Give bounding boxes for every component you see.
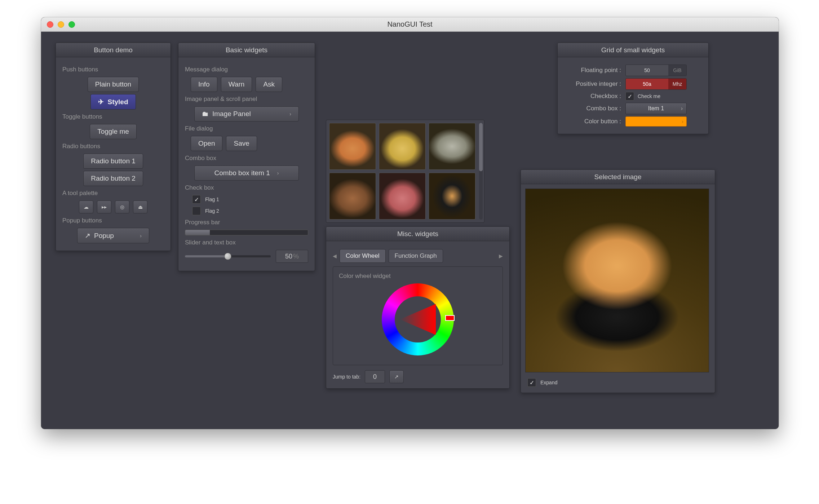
float-label: Floating point :: [564, 67, 625, 74]
combo-label: Combo box :: [564, 105, 625, 112]
cloud-icon[interactable]: ☁: [79, 200, 93, 213]
jump-tab-input[interactable]: 0: [365, 370, 385, 383]
ask-button[interactable]: Ask: [256, 77, 282, 92]
warn-button[interactable]: Warn: [221, 77, 252, 92]
flag1-label: Flag 1: [205, 196, 219, 202]
check-box-label: Check box: [185, 184, 308, 191]
progress-fill: [185, 230, 210, 235]
radio-button-1[interactable]: Radio button 1: [83, 154, 143, 169]
panel-button-demo: Button demo Push buttons Plain button ✈S…: [56, 43, 171, 251]
float-value: 50: [626, 65, 668, 76]
save-button[interactable]: Save: [226, 136, 257, 151]
slider-textbox[interactable]: 50%: [276, 250, 308, 263]
open-button[interactable]: Open: [191, 136, 222, 151]
scrollbar[interactable]: [479, 123, 483, 220]
radio-buttons-label: Radio buttons: [62, 143, 164, 150]
panel-grid-widgets: Grid of small widgets Floating point : 5…: [557, 43, 709, 134]
titlebar[interactable]: NanoGUI Test: [41, 17, 779, 32]
radio-button-2[interactable]: Radio button 2: [83, 171, 143, 186]
message-dialog-label: Message dialog: [185, 66, 308, 73]
jump-to-tab-label: Jump to tab:: [333, 374, 360, 380]
expand-label: Expand: [540, 380, 557, 385]
image-thumbnail[interactable]: [429, 123, 475, 170]
panel-selected-image: Selected image ✓ Expand: [521, 169, 715, 393]
image-thumbnail[interactable]: [329, 173, 376, 220]
int-label: Positive integer :: [564, 80, 625, 88]
grid-checkbox[interactable]: ✓: [625, 92, 634, 101]
compass-icon[interactable]: ◎: [115, 200, 129, 213]
toggle-buttons-label: Toggle buttons: [62, 113, 164, 120]
jump-tab-value: 0: [373, 373, 377, 381]
tab-color-wheel[interactable]: Color Wheel: [340, 249, 386, 263]
checkbox-empty-icon: [192, 207, 201, 215]
slider-label: Slider and text box: [185, 239, 308, 246]
color-wheel-container: Color wheel widget: [333, 266, 503, 365]
slider[interactable]: [185, 255, 271, 257]
int-input[interactable]: 50aMhz: [625, 78, 687, 90]
color-triangle[interactable]: [400, 304, 436, 335]
color-wheel[interactable]: [382, 283, 454, 355]
color-wheel-marker[interactable]: [445, 315, 455, 321]
popup-buttons-label: Popup buttons: [62, 217, 164, 224]
checkbox-flag2[interactable]: Flag 2: [192, 207, 308, 215]
file-dialog-label: File dialog: [185, 125, 308, 132]
float-input[interactable]: 50GiB: [625, 65, 687, 76]
float-unit: GiB: [668, 65, 686, 76]
plain-button[interactable]: Plain button: [88, 77, 139, 92]
popup-button[interactable]: ↗Popup›: [77, 228, 149, 243]
chevron-right-icon: ›: [133, 233, 142, 239]
grid-checkbox-text: Check me: [638, 93, 660, 99]
panel-title[interactable]: Basic widgets: [178, 43, 315, 57]
toggle-button[interactable]: Toggle me: [90, 124, 137, 139]
tool-palette-label: A tool palette: [62, 190, 164, 197]
app-window: NanoGUI Test Button demo Push buttons Pl…: [41, 17, 779, 429]
image-popup: [326, 120, 484, 223]
popup-button-label: Popup: [94, 232, 114, 240]
content-area: Button demo Push buttons Plain button ✈S…: [41, 32, 779, 429]
panel-title[interactable]: Grid of small widgets: [558, 43, 708, 57]
chevron-right-icon: ›: [277, 170, 279, 176]
install-icon[interactable]: ⏏: [133, 200, 147, 213]
panel-title[interactable]: Button demo: [56, 43, 171, 57]
int-value: 50a: [626, 79, 668, 89]
combo-box-value: Combo box item 1: [214, 169, 270, 177]
slider-fill: [185, 255, 228, 257]
image-thumbnail[interactable]: [379, 173, 426, 220]
fast-forward-icon[interactable]: ▸▸: [97, 200, 111, 213]
panel-basic-widgets: Basic widgets Message dialog Info Warn A…: [178, 43, 315, 271]
folder-icon: 🖿: [202, 110, 209, 118]
progress-bar: [185, 230, 308, 235]
combo-box-label: Combo box: [185, 155, 308, 162]
combo-box[interactable]: Combo box item 1›: [194, 165, 299, 181]
slider-knob[interactable]: [224, 253, 231, 260]
image-panel-button-label: Image Panel: [212, 110, 251, 118]
selected-image[interactable]: [525, 189, 709, 372]
flag2-label: Flag 2: [205, 208, 219, 214]
panel-title[interactable]: Misc. widgets: [326, 227, 509, 241]
grid-combo[interactable]: Item 1: [625, 103, 687, 114]
styled-button[interactable]: ✈Styled: [90, 94, 136, 110]
jump-go-button[interactable]: ↗: [389, 370, 404, 383]
progress-bar-label: Progress bar: [185, 219, 308, 226]
checkbox-label: Checkbox :: [564, 93, 625, 100]
panel-title[interactable]: Selected image: [521, 170, 715, 184]
image-panel-label: Image panel & scroll panel: [185, 96, 308, 103]
expand-checkbox[interactable]: ✓: [527, 378, 536, 387]
push-buttons-label: Push buttons: [62, 66, 164, 73]
slider-unit: %: [293, 253, 299, 260]
info-button[interactable]: Info: [191, 77, 217, 92]
image-panel-button[interactable]: 🖿Image Panel›: [194, 106, 299, 121]
scrollbar-thumb[interactable]: [479, 123, 483, 171]
image-thumbnail[interactable]: [379, 123, 426, 170]
tab-function-graph[interactable]: Function Graph: [389, 249, 443, 263]
color-wheel-label: Color wheel widget: [339, 273, 497, 280]
image-thumbnail[interactable]: [429, 173, 475, 220]
panel-misc-widgets: Misc. widgets ◀ Color Wheel Function Gra…: [326, 226, 510, 389]
tab-arrow-right-icon[interactable]: ▶: [499, 253, 503, 259]
checkbox-flag1[interactable]: ✓ Flag 1: [192, 195, 308, 204]
image-thumbnail[interactable]: [329, 123, 376, 170]
color-button[interactable]: ›: [625, 116, 687, 127]
tab-arrow-left-icon[interactable]: ◀: [333, 253, 337, 259]
int-unit: Mhz: [668, 79, 686, 89]
checkmark-icon: ✓: [192, 195, 201, 204]
